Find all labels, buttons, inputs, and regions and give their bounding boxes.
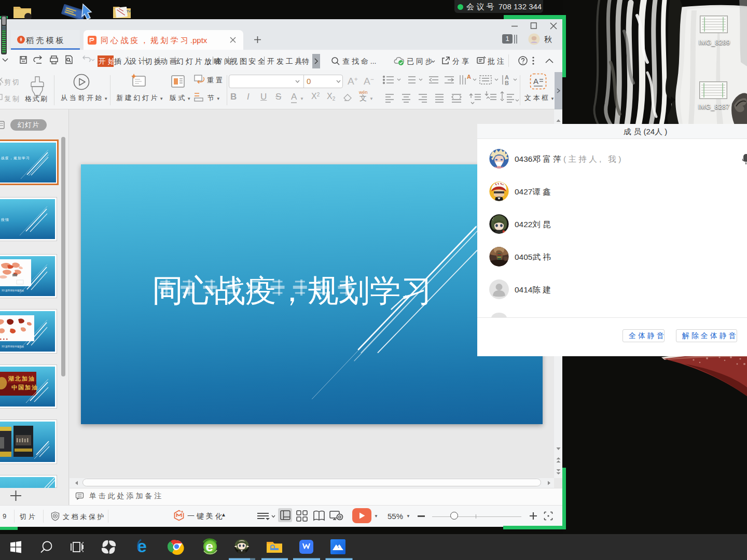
svg-text:e: e (206, 539, 213, 554)
svg-text:战疫，规划学习: 战疫，规划学习 (1, 156, 30, 160)
svg-text:A: A (467, 74, 471, 80)
svg-text:湖北加油: 湖北加油 (8, 375, 35, 382)
svg-text:格式刷: 格式刷 (25, 95, 48, 103)
svg-text:XX 新型冠状病毒肺炎: XX 新型冠状病毒肺炎 (2, 289, 24, 292)
svg-text:复制: 复制 (4, 95, 21, 103)
svg-text:A: A (533, 77, 538, 86)
svg-text:XX 新型冠状病毒肺炎: XX 新型冠状病毒肺炎 (2, 345, 24, 348)
svg-text:B: B (505, 80, 509, 86)
svg-text:中国加油: 中国加油 (11, 384, 38, 390)
svg-text:TV: TV (127, 10, 131, 13)
svg-text:疫情: 疫情 (1, 218, 9, 222)
svg-text:剪切: 剪切 (4, 78, 21, 86)
